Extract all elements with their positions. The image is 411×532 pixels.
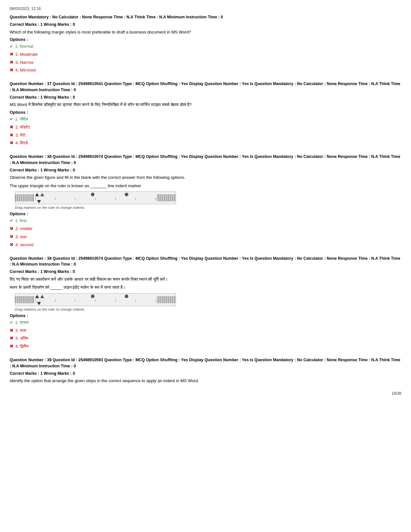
q37-options-label: Options : bbox=[10, 110, 401, 115]
q36-options-label: Options : bbox=[10, 37, 401, 42]
q36-meta2: Correct Marks : 1 Wrong Marks : 0 bbox=[10, 22, 401, 28]
question-37: Question Number : 37 Question Id : 25498… bbox=[10, 81, 401, 147]
question-38-en: Question Number : 38 Question Id : 25498… bbox=[10, 154, 401, 248]
q38a-opt4-num: 4. bbox=[15, 242, 19, 247]
marker-up-tri-2 bbox=[40, 193, 44, 196]
cross-icon: ✖ bbox=[10, 234, 14, 239]
marker-down-tri-hi bbox=[37, 302, 41, 305]
q37-option-3: ✖ 3. नैरो bbox=[10, 131, 401, 139]
ruler-left-block bbox=[15, 194, 34, 201]
q36-opt4-num: 4. bbox=[15, 68, 19, 73]
cross-icon: ✖ bbox=[10, 124, 14, 130]
q38b-option-3: ✖ 3. अंतिम bbox=[10, 334, 401, 342]
q36-option-1: ✔ 1. Normal bbox=[10, 43, 401, 50]
q39-meta2: Correct Marks : 1 Wrong Marks : 0 bbox=[10, 371, 401, 377]
q38b-opt4-text: द्वितीय bbox=[20, 344, 28, 349]
q37-opt1-num: 1. bbox=[15, 117, 19, 121]
marker-up-tri-1 bbox=[35, 193, 39, 196]
q36-opt2-text: Moderate bbox=[20, 52, 38, 57]
q36-opt3-num: 3. bbox=[15, 60, 19, 65]
cross-icon: ✖ bbox=[10, 140, 14, 145]
check-icon: ✔ bbox=[10, 44, 13, 49]
q37-option-4: ✖ 4. मिरर्ड bbox=[10, 139, 401, 147]
q38a-opt4-text: second bbox=[20, 242, 34, 247]
q38b-option-2: ✖ 2. मध्य bbox=[10, 327, 401, 334]
ruler-ticks bbox=[35, 198, 156, 200]
q36-option-4: ✖ 4. Mirrored bbox=[10, 66, 401, 74]
q38b-opt3-num: 3. bbox=[15, 336, 19, 341]
cross-icon: ✖ bbox=[10, 242, 14, 247]
q38b-meta1: Question Number : 38 Question Id : 25498… bbox=[10, 256, 401, 268]
question-38-hi: Question Number : 38 Question Id : 25498… bbox=[10, 256, 401, 350]
cross-icon: ✖ bbox=[10, 328, 14, 333]
cross-icon: ✖ bbox=[10, 343, 14, 349]
page-number: 16/38 bbox=[10, 391, 401, 396]
marker-down-tri bbox=[37, 200, 41, 203]
q39-meta1: Question Number : 39 Question Id : 25498… bbox=[10, 357, 401, 369]
q38a-opt1-text: first bbox=[20, 218, 26, 223]
q37-opt3-num: 3. bbox=[15, 133, 19, 138]
q38a-option-4: ✖ 4. second bbox=[10, 241, 401, 248]
q38b-opt1-num: 1. bbox=[15, 320, 19, 325]
question-36: Question Mandatory : No Calculator : Non… bbox=[10, 14, 401, 74]
cross-icon: ✖ bbox=[10, 52, 14, 57]
q37-meta2: Correct Marks : 1 Wrong Marks : 0 bbox=[10, 94, 401, 101]
q38a-opt2-text: middle bbox=[20, 226, 32, 231]
q38a-ruler-caption: Drag markers on the ruler to change inde… bbox=[15, 206, 401, 209]
timestamp: 06/03/2023, 12:16 bbox=[10, 6, 401, 11]
ruler-ticks-hi bbox=[35, 299, 156, 302]
ruler-image-hi bbox=[15, 293, 176, 306]
q38a-opt3-num: 3. bbox=[15, 234, 19, 239]
q38b-opt2-num: 2. bbox=[15, 328, 19, 333]
q38b-option-1: ✔ 1. प्रथम bbox=[10, 319, 401, 326]
q37-opt4-text: मिरर्ड bbox=[20, 140, 28, 145]
ruler-left-block-hi bbox=[15, 296, 34, 303]
marker-circle-right bbox=[125, 193, 128, 196]
check-icon: ✔ bbox=[10, 218, 13, 223]
q36-text: Which of the following margin styles is … bbox=[10, 29, 401, 35]
marker-up-tri-hi-2 bbox=[40, 295, 44, 298]
marker-circle-right-hi bbox=[125, 295, 128, 298]
q38a-option-1: ✔ 1. first bbox=[10, 218, 401, 224]
cross-icon: ✖ bbox=[10, 67, 14, 73]
marker-circle-center-hi bbox=[91, 295, 94, 298]
q37-option-1: ✔ 1. नॉर्मल bbox=[10, 116, 401, 123]
q36-meta1: Question Mandatory : No Calculator : Non… bbox=[10, 14, 401, 20]
q38a-opt2-num: 2. bbox=[15, 226, 19, 231]
q37-text: MS Word में बिजनेस डॉक्यूमेंट का ड्राफ्ट… bbox=[10, 102, 401, 108]
q38b-options-label: Options : bbox=[10, 313, 401, 318]
cross-icon: ✖ bbox=[10, 226, 14, 231]
q36-option-2: ✖ 2. Moderate bbox=[10, 51, 401, 58]
q38b-meta2: Correct Marks : 1 Wrong Marks : 0 bbox=[10, 269, 401, 275]
q38b-ruler-caption: Drag markers on the ruler to change inde… bbox=[15, 307, 401, 311]
q37-opt4-num: 4. bbox=[15, 140, 19, 145]
q38b-option-4: ✖ 4. द्वितीय bbox=[10, 343, 401, 350]
q38b-opt1-text: प्रथम bbox=[20, 320, 29, 325]
q38b-opt4-num: 4. bbox=[15, 344, 19, 349]
q38a-meta2: Correct Marks : 1 Wrong Marks : 0 bbox=[10, 167, 401, 173]
q37-meta1: Question Number : 37 Question Id : 25498… bbox=[10, 81, 401, 93]
ruler-right-block-hi bbox=[157, 296, 176, 303]
q37-opt2-text: मॉडरेट bbox=[20, 125, 30, 130]
q38a-option-2: ✖ 2. middle bbox=[10, 225, 401, 232]
q38b-text1: दिए गए चित्र का अवलोकन करें और उसके आधार… bbox=[10, 276, 401, 283]
q38a-opt3-text: last bbox=[20, 234, 26, 239]
q38a-option-3: ✖ 3. last bbox=[10, 233, 401, 240]
q38a-text2: The upper triangle on the ruler is known… bbox=[10, 183, 401, 189]
q36-opt1-text: Normal bbox=[20, 44, 33, 49]
q36-opt4-text: Mirrored bbox=[20, 68, 35, 73]
q38a-meta1: Question Number : 38 Question Id : 25498… bbox=[10, 154, 401, 166]
q39-text: Identify the option that arrange the giv… bbox=[10, 378, 401, 384]
ruler-right-block bbox=[157, 194, 176, 201]
q38a-options-label: Options : bbox=[10, 211, 401, 216]
q37-opt3-text: नैरो bbox=[20, 133, 25, 138]
ruler-image-en bbox=[15, 191, 176, 204]
q38b-text2: रूलर के ऊपरी त्रिकोण को _____ लाइन इंडें… bbox=[10, 284, 401, 291]
q38b-opt2-text: मध्य bbox=[20, 328, 26, 333]
q36-option-3: ✖ 3. Narrow bbox=[10, 59, 401, 66]
q38a-text1: Observe the given figure and fill in the… bbox=[10, 174, 401, 181]
check-icon: ✔ bbox=[10, 117, 13, 121]
q38a-opt1-num: 1. bbox=[15, 218, 19, 223]
question-39: Question Number : 39 Question Id : 25498… bbox=[10, 357, 401, 384]
q36-opt1-num: 1. bbox=[15, 44, 19, 49]
